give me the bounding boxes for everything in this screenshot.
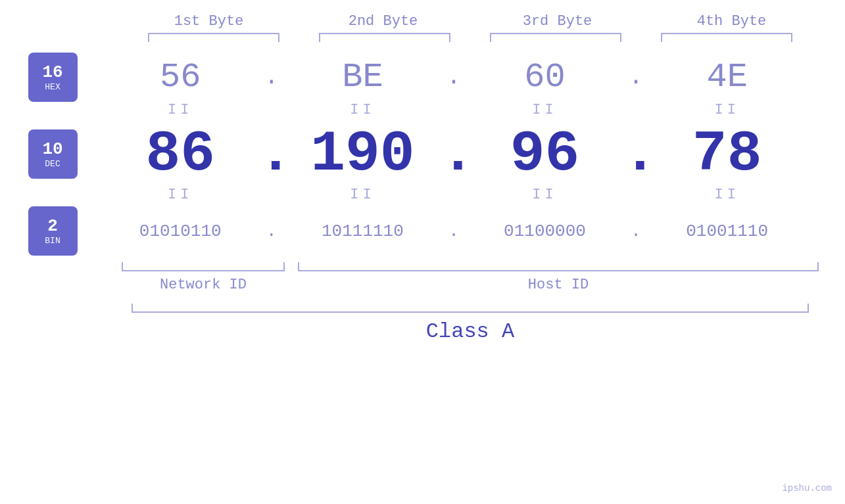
eq2-b1: II bbox=[168, 187, 193, 203]
eq1-b4: II bbox=[714, 102, 739, 118]
dec-byte2: 190 bbox=[310, 122, 414, 187]
dec-byte1: 86 bbox=[145, 122, 215, 187]
bin-dot2: . bbox=[448, 221, 459, 241]
network-id-label: Network ID bbox=[160, 277, 247, 293]
dec-badge-label: DEC bbox=[45, 159, 60, 169]
dec-dot2: . bbox=[441, 122, 475, 187]
byte1-header: 1st Byte bbox=[137, 13, 281, 30]
eq1-b3: II bbox=[532, 102, 557, 118]
class-a-bracket bbox=[132, 304, 809, 313]
bin-dot3: . bbox=[631, 221, 641, 241]
top-bracket-4 bbox=[661, 33, 792, 42]
eq2-b3: II bbox=[532, 187, 557, 203]
bin-byte1: 01010110 bbox=[139, 221, 222, 241]
byte2-header: 2nd Byte bbox=[311, 13, 456, 30]
hex-byte1: 56 bbox=[160, 58, 201, 97]
eq2-b4: II bbox=[714, 187, 739, 203]
dec-badge-number: 10 bbox=[42, 139, 62, 159]
bin-byte4: 01001110 bbox=[686, 221, 768, 241]
class-a-label: Class A bbox=[426, 319, 514, 344]
eq1-b2: II bbox=[350, 102, 375, 118]
byte3-header: 3rd Byte bbox=[485, 13, 630, 30]
watermark: ipshu.com bbox=[782, 483, 832, 493]
bin-byte3: 01100000 bbox=[504, 221, 586, 241]
network-id-bracket bbox=[122, 262, 285, 271]
byte4-header: 4th Byte bbox=[660, 13, 804, 30]
hex-byte2: BE bbox=[342, 58, 383, 97]
top-bracket-1 bbox=[148, 33, 279, 42]
eq2-b2: II bbox=[350, 187, 375, 203]
host-id-bracket bbox=[298, 262, 819, 271]
hex-badge-label: HEX bbox=[45, 82, 60, 92]
dec-dot3: . bbox=[623, 122, 658, 187]
bin-badge-label: BIN bbox=[45, 236, 60, 246]
top-bracket-3 bbox=[490, 33, 621, 42]
host-id-label: Host ID bbox=[528, 277, 589, 293]
bin-byte2: 10111110 bbox=[322, 221, 404, 241]
hex-dot2: . bbox=[447, 64, 461, 91]
top-bracket-2 bbox=[319, 33, 450, 42]
hex-badge: 16 HEX bbox=[28, 53, 78, 102]
dec-dot1: . bbox=[258, 122, 293, 187]
hex-byte4: 4E bbox=[706, 58, 747, 97]
hex-dot3: . bbox=[629, 64, 643, 91]
bin-dot1: . bbox=[266, 221, 277, 241]
hex-byte3: 60 bbox=[524, 58, 565, 97]
bin-badge-number: 2 bbox=[47, 216, 58, 236]
main-container: 1st Byte 2nd Byte 3rd Byte 4th Byte 16 H… bbox=[0, 0, 845, 504]
dec-byte4: 78 bbox=[692, 122, 762, 187]
eq1-b1: II bbox=[168, 102, 193, 118]
bin-badge: 2 BIN bbox=[28, 206, 78, 256]
dec-byte3: 96 bbox=[510, 122, 580, 187]
dec-badge: 10 DEC bbox=[28, 129, 78, 179]
hex-badge-number: 16 bbox=[42, 62, 62, 82]
hex-dot1: . bbox=[264, 64, 279, 91]
